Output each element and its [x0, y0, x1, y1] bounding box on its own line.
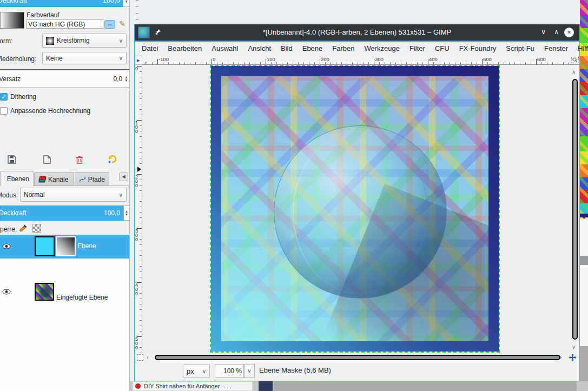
form-label: Form:: [0, 37, 12, 45]
shade-icon[interactable]: ∨: [541, 28, 546, 36]
close-icon[interactable]: ×: [564, 28, 574, 37]
zoom-input[interactable]: 100 %: [215, 364, 244, 378]
quickmask-toggle[interactable]: [137, 354, 143, 361]
eye-icon[interactable]: [2, 289, 11, 295]
repeat-dropdown[interactable]: Keine ∨: [42, 52, 127, 64]
menu-ebene[interactable]: Ebene: [298, 42, 328, 56]
navigation-cross-icon[interactable]: [569, 354, 577, 361]
vertical-ruler[interactable]: 0 100 200 300 400 500: [135, 65, 142, 354]
menu-farben[interactable]: Farben: [327, 42, 359, 56]
hscroll-thumb[interactable]: [155, 355, 560, 360]
tab-kanaele[interactable]: Kanäle: [34, 172, 74, 186]
tool-opacity-spinner[interactable]: ▲▼: [123, 0, 130, 7]
video-app-icon: [135, 383, 141, 389]
layer-thumbnail[interactable]: [35, 283, 54, 301]
mode-value: Normal: [24, 191, 45, 198]
offset-spinner[interactable]: ▲▼: [124, 76, 128, 82]
save-preset-icon[interactable]: [8, 155, 16, 164]
canvas-image[interactable]: [211, 66, 499, 352]
hruler-label: 300: [375, 56, 384, 62]
delete-preset-icon[interactable]: [76, 155, 83, 164]
horizontal-scrollbar-row: ‹ ›: [135, 354, 579, 361]
maximize-icon[interactable]: ∧: [554, 28, 559, 36]
dock-panel: Deckkraft 100,0 ▲▼ Farbverlauf VG nach H…: [0, 0, 130, 391]
menu-script-fu[interactable]: Script-Fu: [501, 42, 539, 56]
horizontal-ruler[interactable]: -100 0 100 200 300 400 500 600: [142, 56, 571, 65]
vruler-label: 0: [135, 67, 139, 71]
background-image-strip: [580, 0, 588, 214]
tool-opacity-value: 100,0: [102, 0, 120, 4]
plaid-pattern-layer: [221, 76, 488, 341]
menubar: Datei Bearbeiten Auswahl Ansicht Bild Eb…: [135, 42, 579, 56]
statusbar: px ∨ 100 % ∨ Ebene Maske (5,6 MB): [135, 361, 579, 380]
tab-label: Ebenen: [7, 175, 29, 183]
mode-dropdown[interactable]: Normal ∨: [20, 188, 127, 202]
edit-gradient-icon[interactable]: ✎: [117, 19, 127, 29]
magnifier-icon: [571, 57, 579, 63]
layer-thumbnail[interactable]: [35, 236, 55, 256]
hruler-label: 400: [429, 56, 438, 62]
taskbar-empty: [274, 381, 577, 391]
swap-gradient-icon[interactable]: ⇔: [104, 20, 115, 29]
scroll-left-icon[interactable]: ‹: [147, 354, 149, 360]
adaptive-label: Anpassende Hochrechnung: [10, 107, 90, 115]
menu-bearbeiten[interactable]: Bearbeiten: [163, 42, 207, 56]
menu-werkzeuge[interactable]: Werkzeuge: [360, 42, 405, 56]
vscroll-thumb[interactable]: [572, 79, 578, 340]
menu-auswahl[interactable]: Auswahl: [207, 42, 243, 56]
mode-label: Modus:: [0, 191, 18, 199]
layer-name[interactable]: Eingefügte Ebene: [56, 294, 108, 301]
gradient-preview[interactable]: [0, 12, 24, 29]
ruler-origin-button[interactable]: ▶: [135, 56, 142, 65]
menu-hilfe[interactable]: Hilfe: [573, 42, 588, 56]
layer-name[interactable]: Ebene: [77, 242, 96, 250]
eye-icon[interactable]: [2, 243, 11, 249]
menu-cfu[interactable]: CFU: [430, 42, 454, 56]
taskbar-entry[interactable]: DIY Shirt nähen für Anfänger – ...: [133, 381, 253, 391]
menu-fenster[interactable]: Fenster: [539, 42, 573, 56]
zoom-follow-toggle[interactable]: [571, 56, 579, 65]
tab-pfade[interactable]: Pfade: [75, 172, 109, 186]
zoom-dropdown-button[interactable]: ∨: [244, 364, 255, 378]
canvas-viewport[interactable]: [142, 65, 571, 354]
tool-opacity-label: Deckkraft: [0, 0, 27, 4]
scroll-down-icon[interactable]: ∨: [572, 344, 576, 350]
offset-spin-slider[interactable]: Versatz 0,0 ▲▼: [0, 69, 130, 88]
lock-pixels-brush-icon[interactable]: [18, 223, 28, 233]
dithering-checkbox[interactable]: ✓: [0, 93, 8, 101]
titlebar[interactable]: *[Unbenannt]-4.0 (RGB-Farben, 2 Ebenen) …: [135, 24, 579, 41]
adaptive-checkbox[interactable]: [0, 107, 8, 115]
vertical-scrollbar[interactable]: ∧ ∨: [571, 65, 579, 354]
restore-preset-icon[interactable]: [43, 155, 51, 164]
unit-dropdown[interactable]: px ∨: [183, 364, 210, 378]
scroll-up-icon[interactable]: ∧: [572, 69, 576, 75]
menu-datei[interactable]: Datei: [137, 42, 163, 56]
reset-icon[interactable]: [107, 155, 117, 164]
layer-opacity-spinner[interactable]: ▲▼: [123, 206, 130, 221]
lock-alpha-icon[interactable]: [32, 224, 41, 233]
layer-opacity-slider[interactable]: Deckkraft 100,0: [0, 206, 123, 221]
taskbar: DIY Shirt nähen für Anfänger – ...: [130, 381, 588, 391]
menu-filter[interactable]: Filter: [405, 42, 430, 56]
form-dropdown[interactable]: Kreisförmig ∨: [42, 34, 127, 48]
gradient-name-field[interactable]: VG nach HG (RGB): [26, 19, 103, 29]
menu-fx-foundry[interactable]: FX-Foundry: [454, 42, 501, 56]
hruler-label: 0: [213, 56, 215, 62]
layer-row-eingefuegte-ebene[interactable]: Eingefügte Ebene: [0, 259, 130, 277]
lock-label: Sperre:: [0, 226, 17, 233]
repeat-label: Wiederholung:: [0, 55, 36, 63]
check-icon: ✓: [1, 94, 6, 100]
desktop: DIY Shirt nähen für Anfänger – ... *[Unb…: [0, 0, 588, 391]
layer-mask-thumbnail[interactable]: [56, 236, 76, 256]
glass-sphere: [274, 125, 447, 299]
background-scrollbar: [580, 256, 588, 265]
tool-opacity-slider[interactable]: Deckkraft 100,0: [0, 0, 123, 7]
vruler-label: 400: [135, 283, 139, 296]
menu-ansicht[interactable]: Ansicht: [243, 42, 276, 56]
layer-row-ebene[interactable]: Ebene: [0, 235, 130, 259]
scroll-right-icon[interactable]: ›: [560, 354, 562, 360]
menu-bild[interactable]: Bild: [276, 42, 298, 56]
tab-ebenen[interactable]: Ebenen: [0, 171, 34, 186]
taskbar-tile[interactable]: [259, 381, 273, 391]
tab-menu-button[interactable]: ◀: [119, 173, 128, 181]
